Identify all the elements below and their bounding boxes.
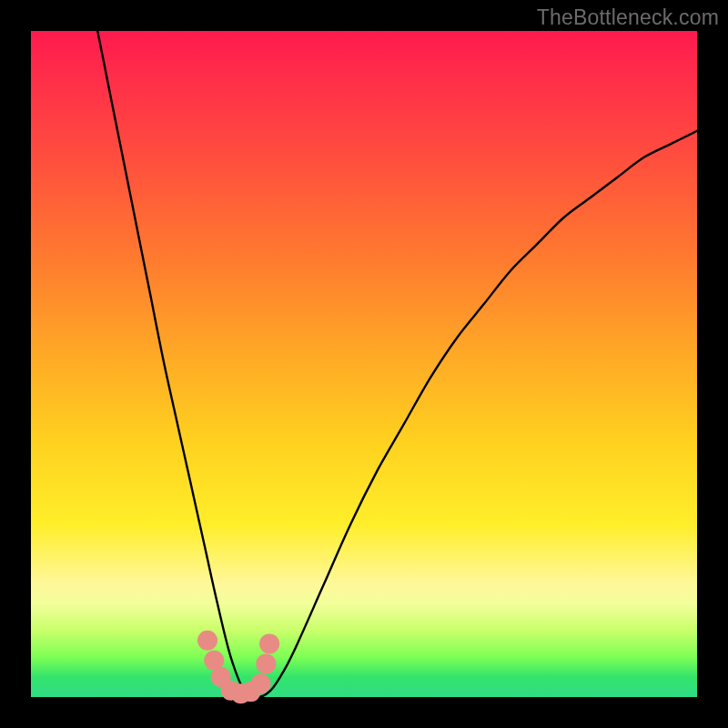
chart-plot-area <box>31 31 697 697</box>
curve-marker <box>197 631 217 651</box>
bottleneck-curve <box>97 31 697 697</box>
watermark-text: TheBottleneck.com <box>537 5 719 30</box>
chart-frame: TheBottleneck.com <box>0 0 728 728</box>
curve-marker <box>256 653 276 673</box>
bottleneck-curve-svg <box>31 31 697 697</box>
curve-marker <box>251 673 271 693</box>
curve-marker <box>259 633 279 653</box>
